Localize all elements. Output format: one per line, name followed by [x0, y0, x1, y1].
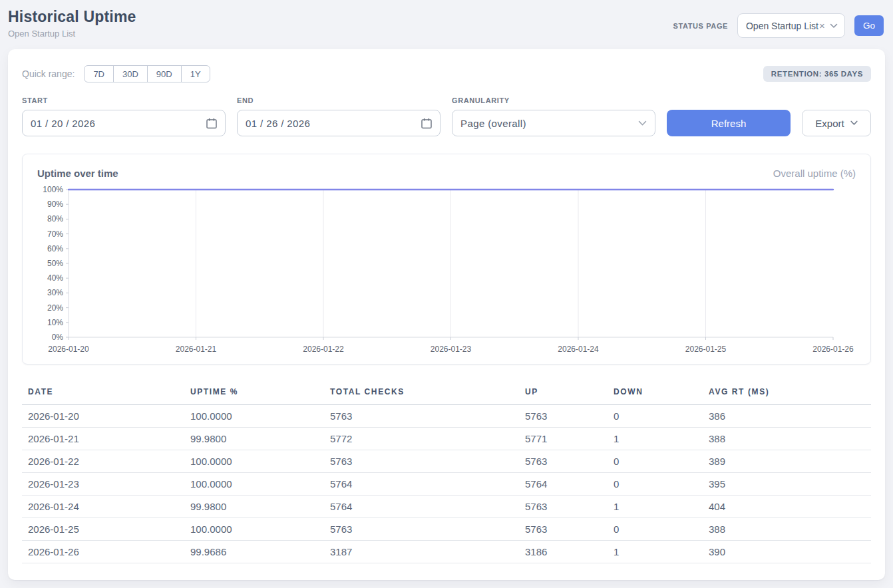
table-cell: 0 — [608, 405, 703, 428]
table-header: DATEUPTIME %TOTAL CHECKSUPDOWNAVG RT (MS… — [22, 380, 871, 405]
title-block: Historical Uptime Open Startup List — [8, 8, 136, 39]
page-title: Historical Uptime — [8, 8, 136, 26]
quick-range-1y[interactable]: 1Y — [181, 65, 210, 82]
chevron-down-icon — [830, 23, 838, 29]
quick-range-90d[interactable]: 90D — [147, 65, 182, 82]
chevron-down-icon — [638, 120, 647, 126]
svg-text:2026-01-23: 2026-01-23 — [431, 345, 472, 354]
svg-text:2026-01-25: 2026-01-25 — [685, 345, 727, 354]
table-cell: 5763 — [519, 450, 608, 473]
granularity-field: GRANULARITY Page (overall) — [452, 96, 655, 136]
table-cell: 389 — [703, 450, 871, 473]
table-row: 2026-01-2199.9800577257711388 — [22, 428, 871, 450]
chart-legend: Overall uptime (%) — [773, 168, 856, 179]
quick-range-row: Quick range: 7D 30D 90D 1Y RETENTION: 36… — [22, 65, 871, 82]
uptime-chart-card: Uptime over time Overall uptime (%) 0%10… — [22, 154, 871, 365]
table-cell: 2026-01-25 — [22, 518, 184, 541]
table-cell: 5772 — [324, 428, 519, 450]
page: Historical Uptime Open Startup List STAT… — [0, 0, 893, 580]
filters-row: START 01 / 20 / 2026 END 01 / 26 / 2026 — [22, 96, 871, 136]
table-cell: 388 — [703, 518, 871, 541]
table-cell: 404 — [703, 496, 871, 518]
start-field: START 01 / 20 / 2026 — [22, 96, 226, 136]
calendar-icon[interactable] — [206, 118, 217, 129]
granularity-select[interactable]: Page (overall) — [452, 110, 655, 136]
table-cell: 5764 — [519, 473, 608, 496]
svg-text:30%: 30% — [47, 288, 63, 297]
export-button[interactable]: Export — [802, 110, 871, 136]
end-field: END 01 / 26 / 2026 — [237, 96, 441, 136]
svg-text:0%: 0% — [52, 333, 64, 342]
table-cell: 2026-01-24 — [22, 496, 184, 518]
svg-text:80%: 80% — [47, 214, 63, 223]
table-header-row: DATEUPTIME %TOTAL CHECKSUPDOWNAVG RT (MS… — [22, 380, 871, 405]
main-panel: Quick range: 7D 30D 90D 1Y RETENTION: 36… — [8, 49, 885, 580]
table-cell: 0 — [608, 473, 703, 496]
table-cell: 99.9800 — [184, 428, 324, 450]
svg-text:10%: 10% — [47, 318, 63, 327]
table-cell: 3187 — [324, 541, 519, 563]
table-cell: 5763 — [519, 496, 608, 518]
table-cell: 5763 — [519, 405, 608, 428]
chart-header: Uptime over time Overall uptime (%) — [37, 168, 856, 179]
table-cell: 2026-01-22 — [22, 450, 184, 473]
table-cell: 5763 — [324, 518, 519, 541]
quick-range-30d[interactable]: 30D — [113, 65, 148, 82]
svg-text:2026-01-24: 2026-01-24 — [558, 345, 599, 354]
start-date-input[interactable]: 01 / 20 / 2026 — [22, 110, 226, 136]
calendar-icon[interactable] — [421, 118, 432, 129]
table-cell: 100.0000 — [184, 473, 324, 496]
table-cell: 5764 — [324, 496, 519, 518]
table-cell: 100.0000 — [184, 405, 324, 428]
quick-range-7d[interactable]: 7D — [84, 65, 114, 82]
clear-icon[interactable]: × — [819, 20, 825, 31]
table-cell: 99.9686 — [184, 541, 324, 563]
go-button[interactable]: Go — [854, 15, 884, 36]
svg-text:20%: 20% — [47, 303, 63, 313]
table-cell: 1 — [608, 496, 703, 518]
quick-range-group: Quick range: 7D 30D 90D 1Y — [22, 65, 210, 82]
column-header: TOTAL CHECKS — [324, 380, 519, 405]
svg-text:100%: 100% — [43, 185, 63, 194]
status-page-label: STATUS PAGE — [673, 22, 728, 30]
svg-text:60%: 60% — [47, 244, 63, 253]
table-row: 2026-01-22100.0000576357630389 — [22, 450, 871, 473]
page-subtitle: Open Startup List — [8, 29, 136, 39]
table-row: 2026-01-2499.9800576457631404 — [22, 496, 871, 518]
svg-text:50%: 50% — [47, 259, 63, 268]
table-cell: 5763 — [324, 450, 519, 473]
table-row: 2026-01-25100.0000576357630388 — [22, 518, 871, 541]
svg-text:2026-01-20: 2026-01-20 — [48, 345, 89, 354]
end-date-input[interactable]: 01 / 26 / 2026 — [237, 110, 441, 136]
topbar-right: STATUS PAGE Open Startup List× Go — [673, 13, 884, 38]
table-row: 2026-01-23100.0000576457640395 — [22, 473, 871, 496]
table-cell: 100.0000 — [184, 450, 324, 473]
column-header: DOWN — [608, 380, 703, 405]
uptime-table-body: 2026-01-20100.00005763576303862026-01-21… — [22, 405, 871, 563]
end-label: END — [237, 96, 441, 104]
svg-text:2026-01-22: 2026-01-22 — [303, 345, 344, 354]
export-label: Export — [815, 118, 844, 129]
start-label: START — [22, 96, 226, 104]
table-cell: 100.0000 — [184, 518, 324, 541]
status-page-select[interactable]: Open Startup List× — [737, 13, 845, 38]
table-cell: 2026-01-20 — [22, 405, 184, 428]
svg-text:70%: 70% — [47, 229, 63, 239]
granularity-label: GRANULARITY — [452, 96, 655, 104]
uptime-table-wrap: DATEUPTIME %TOTAL CHECKSUPDOWNAVG RT (MS… — [22, 380, 871, 563]
uptime-table: DATEUPTIME %TOTAL CHECKSUPDOWNAVG RT (MS… — [22, 380, 871, 563]
start-date-value: 01 / 20 / 2026 — [31, 118, 95, 129]
table-cell: 99.9800 — [184, 496, 324, 518]
table-cell: 5763 — [324, 405, 519, 428]
table-cell: 5763 — [519, 518, 608, 541]
svg-text:2026-01-21: 2026-01-21 — [176, 345, 217, 354]
table-cell: 5764 — [324, 473, 519, 496]
table-cell: 388 — [703, 428, 871, 450]
svg-text:90%: 90% — [47, 200, 63, 209]
refresh-button[interactable]: Refresh — [667, 110, 791, 136]
table-cell: 0 — [608, 450, 703, 473]
table-cell: 1 — [608, 541, 703, 563]
svg-text:40%: 40% — [47, 273, 63, 283]
column-header: UPTIME % — [184, 380, 324, 405]
table-row: 2026-01-2699.9686318731861390 — [22, 541, 871, 563]
